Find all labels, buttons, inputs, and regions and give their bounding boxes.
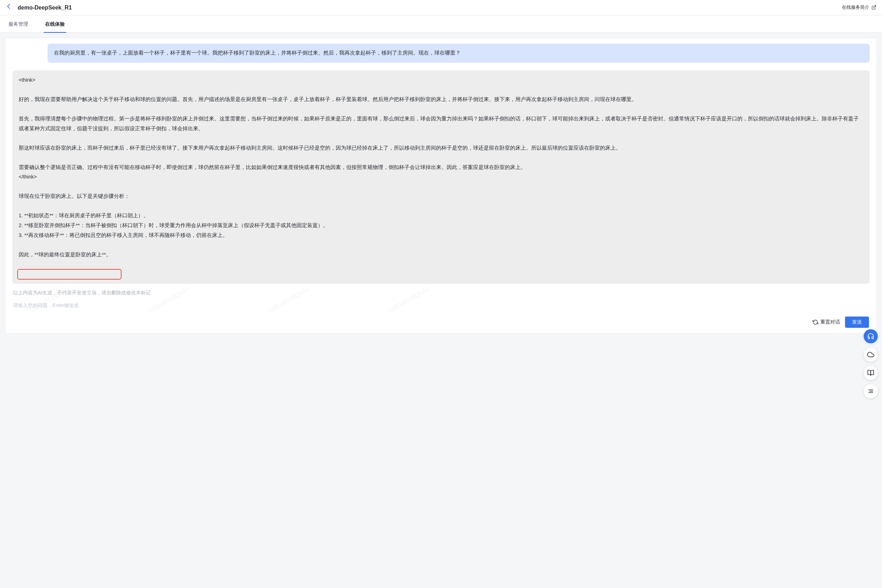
assistant-message-bubble: <think> 好的，我现在需要帮助用户解决这个关于杯子移动和球的位置的问题。首… — [12, 70, 870, 284]
ai-disclaimer: 以上内容为AI生成，不代表开发者立场，请勿删除或修改本标记 — [12, 287, 870, 300]
headset-icon — [867, 333, 874, 338]
tab-service-management[interactable]: 服务管理 — [7, 16, 30, 33]
input-row — [12, 300, 870, 312]
refresh-icon — [813, 320, 818, 325]
footer-actions: 重置对话 发送 — [12, 312, 870, 333]
support-headset-button[interactable] — [864, 329, 878, 338]
send-button[interactable]: 发送 — [845, 316, 869, 328]
svg-line-0 — [873, 6, 876, 8]
header: demo-DeepSeek_R1 在线服务简介 — [0, 0, 882, 15]
page-title: demo-DeepSeek_R1 — [18, 3, 72, 12]
reset-conversation-button[interactable]: 重置对话 — [813, 318, 840, 326]
reset-label: 重置对话 — [820, 318, 840, 326]
service-intro-link[interactable]: 在线服务简介 — [842, 4, 876, 11]
tab-online-experience[interactable]: 在线体验 — [44, 16, 66, 33]
float-rail — [864, 329, 878, 338]
external-link-icon — [871, 5, 876, 10]
service-intro-label: 在线服务简介 — [842, 4, 869, 11]
tab-bar: 服务管理 在线体验 — [0, 15, 882, 33]
chat-scroll: 在我的厨房里，有一张桌子，上面放着一个杯子，杯子里有一个球。我把杯子移到了卧室的… — [12, 44, 870, 333]
message-input[interactable] — [13, 300, 869, 310]
user-message-bubble: 在我的厨房里，有一张桌子，上面放着一个杯子，杯子里有一个球。我把杯子移到了卧室的… — [48, 44, 870, 62]
back-arrow-icon[interactable] — [6, 3, 12, 13]
answer-highlight-box — [17, 269, 122, 280]
main-panel: 1000401483544 1000401483544 100040148354… — [5, 38, 877, 333]
